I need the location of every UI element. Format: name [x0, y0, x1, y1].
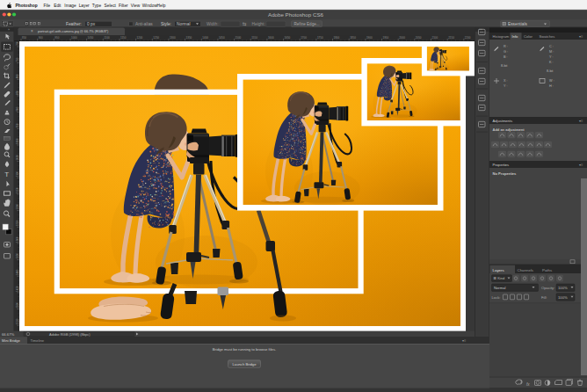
svg-text:750: 750	[16, 57, 19, 62]
svg-text:Opacity:: Opacity:	[541, 286, 554, 290]
svg-text:×: ×	[31, 29, 33, 33]
svg-text:800: 800	[16, 74, 19, 78]
svg-text:900: 900	[16, 106, 19, 111]
svg-text:Adobe Photoshop CS6: Adobe Photoshop CS6	[268, 11, 324, 18]
svg-text:Swatches: Swatches	[540, 34, 555, 39]
svg-text:66.67%: 66.67%	[2, 332, 14, 337]
svg-text:Color: Color	[524, 34, 533, 39]
svg-text:Launch Bridge: Launch Bridge	[232, 362, 257, 367]
svg-text:1300: 1300	[16, 236, 19, 243]
svg-text:950: 950	[16, 123, 19, 127]
svg-text:8-bit: 8-bit	[501, 64, 508, 68]
svg-text:Normal: Normal	[494, 286, 506, 290]
svg-text:▾≡: ▾≡	[579, 34, 583, 39]
svg-text:1200: 1200	[16, 204, 19, 210]
svg-text:1200: 1200	[137, 36, 143, 40]
svg-text:▾≡: ▾≡	[462, 338, 467, 343]
svg-text:1850: 1850	[350, 36, 356, 40]
svg-text:Normal: Normal	[177, 22, 190, 26]
svg-text:Style:: Style:	[161, 22, 171, 26]
svg-text:G :: G :	[504, 50, 508, 54]
svg-text:1050: 1050	[88, 36, 94, 40]
svg-text:Y :: Y :	[504, 84, 508, 88]
svg-text:Help: Help	[157, 4, 166, 8]
svg-text:0 px: 0 px	[87, 22, 96, 26]
svg-text:1350: 1350	[16, 253, 19, 259]
svg-text:1100: 1100	[104, 36, 110, 40]
svg-text:»: »	[8, 28, 10, 32]
svg-text:Adobe RGB (1998) (8bpc): Adobe RGB (1998) (8bpc)	[49, 332, 91, 337]
svg-text:▾≡: ▾≡	[579, 163, 583, 167]
svg-text:Fill:: Fill:	[541, 295, 547, 300]
svg-text:1150: 1150	[120, 36, 127, 40]
svg-text:Select: Select	[105, 4, 117, 8]
svg-text:⇆: ⇆	[243, 21, 247, 26]
svg-text:▾≡: ▾≡	[579, 119, 583, 123]
svg-text:Width:: Width:	[207, 22, 219, 26]
svg-text:Edit: Edit	[54, 4, 62, 8]
svg-text:2100: 2100	[432, 36, 438, 40]
svg-text:2150: 2150	[448, 36, 454, 40]
svg-text:««: ««	[479, 28, 482, 32]
svg-text:Anti-alias: Anti-alias	[135, 22, 153, 26]
svg-text:1450: 1450	[16, 286, 19, 292]
svg-text:850: 850	[16, 91, 19, 95]
svg-text:900: 900	[39, 36, 43, 40]
svg-text:Add an adjustment: Add an adjustment	[493, 127, 525, 132]
svg-text:1150: 1150	[16, 187, 19, 193]
svg-text:W :: W :	[549, 79, 554, 83]
svg-text:700: 700	[16, 41, 19, 46]
svg-text:Type: Type	[92, 4, 102, 8]
svg-text:850: 850	[22, 36, 26, 40]
svg-text:1000: 1000	[16, 138, 19, 144]
svg-text:Y :: Y :	[549, 55, 554, 59]
svg-text:1400: 1400	[202, 36, 208, 40]
svg-text:Height:: Height:	[252, 22, 265, 26]
svg-text:1250: 1250	[16, 220, 19, 226]
svg-text:☰ Kind: ☰ Kind	[494, 276, 505, 280]
svg-text:1800: 1800	[334, 36, 340, 40]
svg-text:1500: 1500	[16, 302, 19, 309]
svg-text:Mini Bridge: Mini Bridge	[2, 338, 21, 343]
svg-text:1650: 1650	[285, 36, 291, 40]
svg-text:Info: Info	[512, 34, 519, 39]
svg-text:Adjustments: Adjustments	[493, 119, 513, 123]
svg-text:1550: 1550	[251, 36, 257, 40]
svg-text:Histogram: Histogram	[493, 34, 510, 39]
svg-text:M :: M :	[549, 50, 554, 54]
svg-text:Layers: Layers	[493, 268, 505, 272]
svg-text:Layer: Layer	[79, 4, 90, 8]
svg-text:1250: 1250	[153, 36, 159, 40]
svg-text:2050: 2050	[416, 36, 422, 40]
svg-text:1300: 1300	[170, 36, 176, 40]
svg-text:Paths: Paths	[542, 268, 553, 272]
svg-text:View: View	[131, 4, 141, 8]
svg-text:Refine Edge...: Refine Edge...	[294, 22, 320, 26]
svg-text:Properties: Properties	[493, 163, 510, 167]
svg-text:K :: K :	[549, 61, 554, 64]
svg-text:100%: 100%	[558, 286, 568, 290]
svg-text:File: File	[44, 4, 51, 8]
svg-text:2000: 2000	[399, 36, 405, 40]
svg-text:1750: 1750	[317, 36, 323, 40]
svg-text:Image: Image	[64, 4, 76, 8]
svg-text:Bridge must be running to brow: Bridge must be running to browse files.	[213, 347, 276, 352]
svg-text:X :: X :	[504, 79, 508, 83]
svg-text:1550: 1550	[16, 318, 19, 324]
svg-text:Lock:: Lock:	[492, 295, 501, 300]
svg-text:Essentials: Essentials	[508, 22, 527, 26]
svg-text:1100: 1100	[16, 171, 19, 178]
svg-text:1500: 1500	[236, 36, 242, 40]
svg-text:1900: 1900	[366, 36, 373, 40]
svg-text:1950: 1950	[383, 36, 389, 40]
svg-text:2200: 2200	[465, 36, 471, 40]
svg-text:1400: 1400	[16, 269, 19, 275]
svg-text:Feather:: Feather:	[66, 22, 82, 26]
svg-text:1050: 1050	[16, 155, 19, 161]
svg-text:H :: H :	[549, 84, 554, 88]
svg-text:No Properties: No Properties	[493, 171, 518, 176]
svg-text:1700: 1700	[301, 36, 307, 40]
svg-text:B :: B :	[504, 55, 508, 59]
svg-text:portrait-girl-with-camera.jpg: portrait-girl-with-camera.jpg @ 66.7% (R…	[38, 30, 109, 33]
svg-text:Timeline: Timeline	[31, 338, 45, 343]
